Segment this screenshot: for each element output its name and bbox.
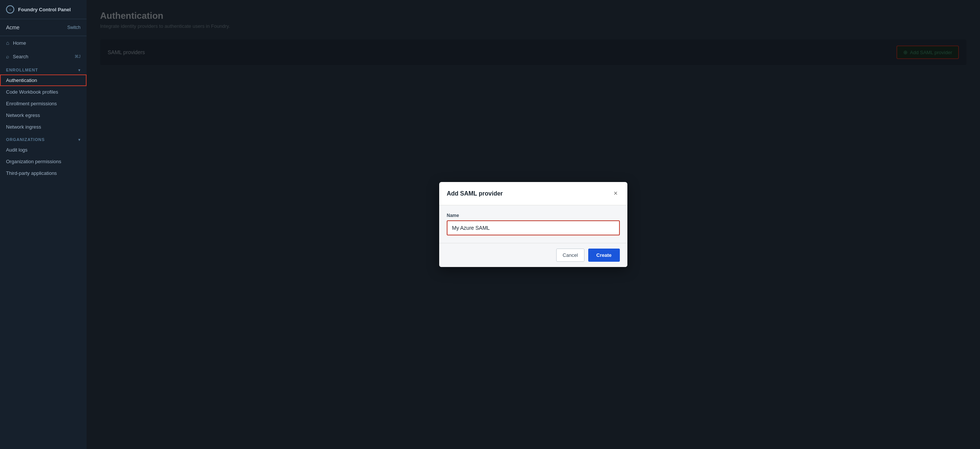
sidebar-org: Acme Switch: [0, 19, 87, 36]
sidebar-item-search-label: Search: [13, 54, 28, 59]
search-icon: ⌕: [6, 53, 9, 59]
modal-close-button[interactable]: ×: [611, 189, 620, 198]
modal-footer: Cancel Create: [439, 243, 627, 267]
organizations-chevron-icon: ▾: [78, 138, 81, 142]
enrollment-chevron-icon: ▾: [78, 68, 81, 72]
sidebar-item-network-egress[interactable]: Network egress: [0, 109, 87, 121]
create-button[interactable]: Create: [588, 249, 620, 262]
sidebar-item-authentication[interactable]: Authentication: [0, 75, 87, 86]
name-label: Name: [447, 213, 620, 218]
name-input[interactable]: [447, 221, 620, 235]
sidebar-item-third-party-applications[interactable]: Third-party applications: [0, 167, 87, 179]
organizations-section-header: ORGANIZATIONS ▾: [0, 133, 87, 144]
sidebar-header: ○ Foundry Control Panel: [0, 0, 87, 19]
switch-button[interactable]: Switch: [67, 25, 81, 30]
organizations-section-title: ORGANIZATIONS: [6, 137, 45, 142]
modal-overlay: Add SAML provider × Name Cancel Create: [87, 0, 980, 449]
modal-header: Add SAML provider ×: [439, 182, 627, 205]
sidebar-item-network-ingress[interactable]: Network ingress: [0, 121, 87, 133]
main-content-area: Authentication Integrate identity provid…: [87, 0, 980, 449]
cancel-button[interactable]: Cancel: [556, 249, 584, 262]
sidebar: ○ Foundry Control Panel Acme Switch ⌂ Ho…: [0, 0, 87, 449]
sidebar-item-home-label: Home: [13, 40, 26, 46]
home-icon: ⌂: [6, 40, 9, 46]
org-name: Acme: [6, 24, 19, 30]
add-saml-provider-modal: Add SAML provider × Name Cancel Create: [439, 182, 627, 267]
foundry-icon: ○: [6, 5, 14, 14]
sidebar-item-audit-logs[interactable]: Audit logs: [0, 144, 87, 155]
enrollment-section-title: ENROLLMENT: [6, 68, 38, 72]
enrollment-section-header: ENROLLMENT ▾: [0, 63, 87, 75]
sidebar-item-code-workbook-profiles[interactable]: Code Workbook profiles: [0, 86, 87, 98]
modal-body: Name: [439, 205, 627, 243]
sidebar-item-home[interactable]: ⌂ Home: [0, 36, 87, 50]
sidebar-app-title: Foundry Control Panel: [18, 7, 71, 13]
search-shortcut: ⌘J: [75, 54, 81, 59]
sidebar-item-enrollment-permissions[interactable]: Enrollment permissions: [0, 98, 87, 109]
modal-title: Add SAML provider: [447, 190, 503, 197]
sidebar-item-search[interactable]: ⌕ Search ⌘J: [0, 50, 87, 63]
sidebar-item-organization-permissions[interactable]: Organization permissions: [0, 155, 87, 167]
